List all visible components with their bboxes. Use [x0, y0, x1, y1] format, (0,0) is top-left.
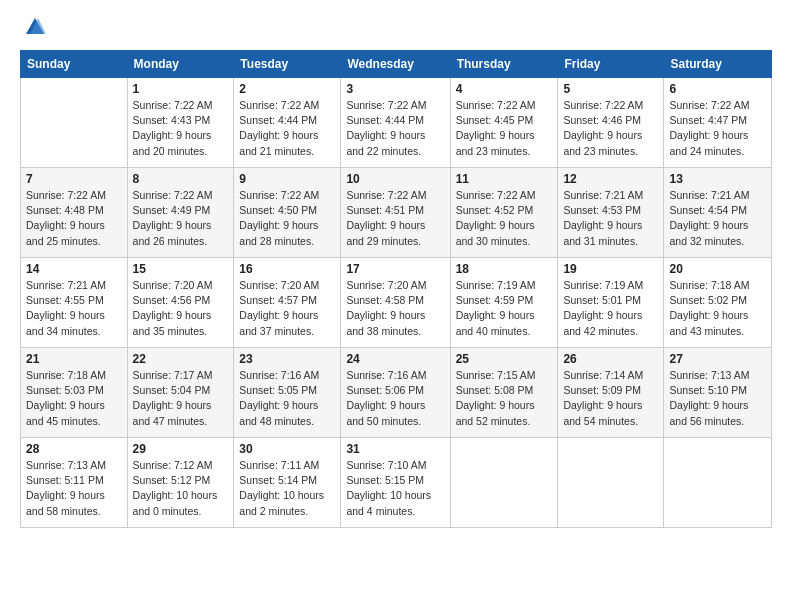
day-cell [21, 78, 128, 168]
day-info: Sunrise: 7:22 AMSunset: 4:44 PMDaylight:… [239, 98, 335, 159]
week-row-0: 1Sunrise: 7:22 AMSunset: 4:43 PMDaylight… [21, 78, 772, 168]
day-number: 4 [456, 82, 553, 96]
day-info: Sunrise: 7:22 AMSunset: 4:45 PMDaylight:… [456, 98, 553, 159]
col-header-sunday: Sunday [21, 51, 128, 78]
day-number: 17 [346, 262, 444, 276]
day-info: Sunrise: 7:22 AMSunset: 4:50 PMDaylight:… [239, 188, 335, 249]
col-header-tuesday: Tuesday [234, 51, 341, 78]
day-cell [558, 438, 664, 528]
day-info: Sunrise: 7:20 AMSunset: 4:57 PMDaylight:… [239, 278, 335, 339]
day-number: 20 [669, 262, 766, 276]
day-cell: 22Sunrise: 7:17 AMSunset: 5:04 PMDayligh… [127, 348, 234, 438]
day-info: Sunrise: 7:21 AMSunset: 4:54 PMDaylight:… [669, 188, 766, 249]
day-number: 28 [26, 442, 122, 456]
logo [20, 16, 46, 38]
day-number: 13 [669, 172, 766, 186]
day-cell: 4Sunrise: 7:22 AMSunset: 4:45 PMDaylight… [450, 78, 558, 168]
day-cell: 25Sunrise: 7:15 AMSunset: 5:08 PMDayligh… [450, 348, 558, 438]
day-number: 3 [346, 82, 444, 96]
day-info: Sunrise: 7:20 AMSunset: 4:56 PMDaylight:… [133, 278, 229, 339]
day-info: Sunrise: 7:11 AMSunset: 5:14 PMDaylight:… [239, 458, 335, 519]
day-number: 24 [346, 352, 444, 366]
day-number: 10 [346, 172, 444, 186]
day-info: Sunrise: 7:10 AMSunset: 5:15 PMDaylight:… [346, 458, 444, 519]
day-cell: 19Sunrise: 7:19 AMSunset: 5:01 PMDayligh… [558, 258, 664, 348]
day-cell: 7Sunrise: 7:22 AMSunset: 4:48 PMDaylight… [21, 168, 128, 258]
day-number: 31 [346, 442, 444, 456]
day-info: Sunrise: 7:13 AMSunset: 5:10 PMDaylight:… [669, 368, 766, 429]
week-row-3: 21Sunrise: 7:18 AMSunset: 5:03 PMDayligh… [21, 348, 772, 438]
page: SundayMondayTuesdayWednesdayThursdayFrid… [0, 0, 792, 548]
day-info: Sunrise: 7:21 AMSunset: 4:53 PMDaylight:… [563, 188, 658, 249]
day-cell: 13Sunrise: 7:21 AMSunset: 4:54 PMDayligh… [664, 168, 772, 258]
day-number: 25 [456, 352, 553, 366]
day-cell: 14Sunrise: 7:21 AMSunset: 4:55 PMDayligh… [21, 258, 128, 348]
week-row-4: 28Sunrise: 7:13 AMSunset: 5:11 PMDayligh… [21, 438, 772, 528]
day-info: Sunrise: 7:21 AMSunset: 4:55 PMDaylight:… [26, 278, 122, 339]
day-info: Sunrise: 7:22 AMSunset: 4:51 PMDaylight:… [346, 188, 444, 249]
header [20, 16, 772, 38]
week-row-2: 14Sunrise: 7:21 AMSunset: 4:55 PMDayligh… [21, 258, 772, 348]
day-number: 6 [669, 82, 766, 96]
week-row-1: 7Sunrise: 7:22 AMSunset: 4:48 PMDaylight… [21, 168, 772, 258]
day-cell: 6Sunrise: 7:22 AMSunset: 4:47 PMDaylight… [664, 78, 772, 168]
logo-icon [24, 16, 46, 38]
day-number: 9 [239, 172, 335, 186]
col-header-monday: Monday [127, 51, 234, 78]
day-number: 7 [26, 172, 122, 186]
day-info: Sunrise: 7:12 AMSunset: 5:12 PMDaylight:… [133, 458, 229, 519]
col-header-saturday: Saturday [664, 51, 772, 78]
day-cell: 28Sunrise: 7:13 AMSunset: 5:11 PMDayligh… [21, 438, 128, 528]
day-info: Sunrise: 7:17 AMSunset: 5:04 PMDaylight:… [133, 368, 229, 429]
day-info: Sunrise: 7:22 AMSunset: 4:44 PMDaylight:… [346, 98, 444, 159]
day-info: Sunrise: 7:22 AMSunset: 4:46 PMDaylight:… [563, 98, 658, 159]
day-number: 30 [239, 442, 335, 456]
day-number: 27 [669, 352, 766, 366]
day-cell: 9Sunrise: 7:22 AMSunset: 4:50 PMDaylight… [234, 168, 341, 258]
day-cell: 26Sunrise: 7:14 AMSunset: 5:09 PMDayligh… [558, 348, 664, 438]
col-header-wednesday: Wednesday [341, 51, 450, 78]
day-info: Sunrise: 7:13 AMSunset: 5:11 PMDaylight:… [26, 458, 122, 519]
day-info: Sunrise: 7:18 AMSunset: 5:02 PMDaylight:… [669, 278, 766, 339]
day-info: Sunrise: 7:22 AMSunset: 4:48 PMDaylight:… [26, 188, 122, 249]
day-cell: 16Sunrise: 7:20 AMSunset: 4:57 PMDayligh… [234, 258, 341, 348]
day-cell: 23Sunrise: 7:16 AMSunset: 5:05 PMDayligh… [234, 348, 341, 438]
day-cell: 15Sunrise: 7:20 AMSunset: 4:56 PMDayligh… [127, 258, 234, 348]
day-cell: 31Sunrise: 7:10 AMSunset: 5:15 PMDayligh… [341, 438, 450, 528]
day-number: 15 [133, 262, 229, 276]
col-header-thursday: Thursday [450, 51, 558, 78]
day-number: 16 [239, 262, 335, 276]
day-info: Sunrise: 7:22 AMSunset: 4:47 PMDaylight:… [669, 98, 766, 159]
day-cell: 27Sunrise: 7:13 AMSunset: 5:10 PMDayligh… [664, 348, 772, 438]
day-info: Sunrise: 7:14 AMSunset: 5:09 PMDaylight:… [563, 368, 658, 429]
day-info: Sunrise: 7:19 AMSunset: 4:59 PMDaylight:… [456, 278, 553, 339]
day-cell: 21Sunrise: 7:18 AMSunset: 5:03 PMDayligh… [21, 348, 128, 438]
day-info: Sunrise: 7:16 AMSunset: 5:06 PMDaylight:… [346, 368, 444, 429]
calendar-table: SundayMondayTuesdayWednesdayThursdayFrid… [20, 50, 772, 528]
day-cell: 30Sunrise: 7:11 AMSunset: 5:14 PMDayligh… [234, 438, 341, 528]
day-info: Sunrise: 7:22 AMSunset: 4:52 PMDaylight:… [456, 188, 553, 249]
day-number: 8 [133, 172, 229, 186]
day-cell: 18Sunrise: 7:19 AMSunset: 4:59 PMDayligh… [450, 258, 558, 348]
day-number: 1 [133, 82, 229, 96]
day-number: 19 [563, 262, 658, 276]
day-cell: 1Sunrise: 7:22 AMSunset: 4:43 PMDaylight… [127, 78, 234, 168]
day-info: Sunrise: 7:18 AMSunset: 5:03 PMDaylight:… [26, 368, 122, 429]
day-cell: 3Sunrise: 7:22 AMSunset: 4:44 PMDaylight… [341, 78, 450, 168]
day-cell: 24Sunrise: 7:16 AMSunset: 5:06 PMDayligh… [341, 348, 450, 438]
day-info: Sunrise: 7:15 AMSunset: 5:08 PMDaylight:… [456, 368, 553, 429]
day-number: 26 [563, 352, 658, 366]
day-number: 5 [563, 82, 658, 96]
day-number: 2 [239, 82, 335, 96]
day-info: Sunrise: 7:19 AMSunset: 5:01 PMDaylight:… [563, 278, 658, 339]
day-info: Sunrise: 7:16 AMSunset: 5:05 PMDaylight:… [239, 368, 335, 429]
day-cell: 29Sunrise: 7:12 AMSunset: 5:12 PMDayligh… [127, 438, 234, 528]
day-number: 21 [26, 352, 122, 366]
day-info: Sunrise: 7:20 AMSunset: 4:58 PMDaylight:… [346, 278, 444, 339]
day-cell: 5Sunrise: 7:22 AMSunset: 4:46 PMDaylight… [558, 78, 664, 168]
day-number: 12 [563, 172, 658, 186]
day-info: Sunrise: 7:22 AMSunset: 4:49 PMDaylight:… [133, 188, 229, 249]
day-cell: 11Sunrise: 7:22 AMSunset: 4:52 PMDayligh… [450, 168, 558, 258]
day-number: 18 [456, 262, 553, 276]
day-number: 11 [456, 172, 553, 186]
